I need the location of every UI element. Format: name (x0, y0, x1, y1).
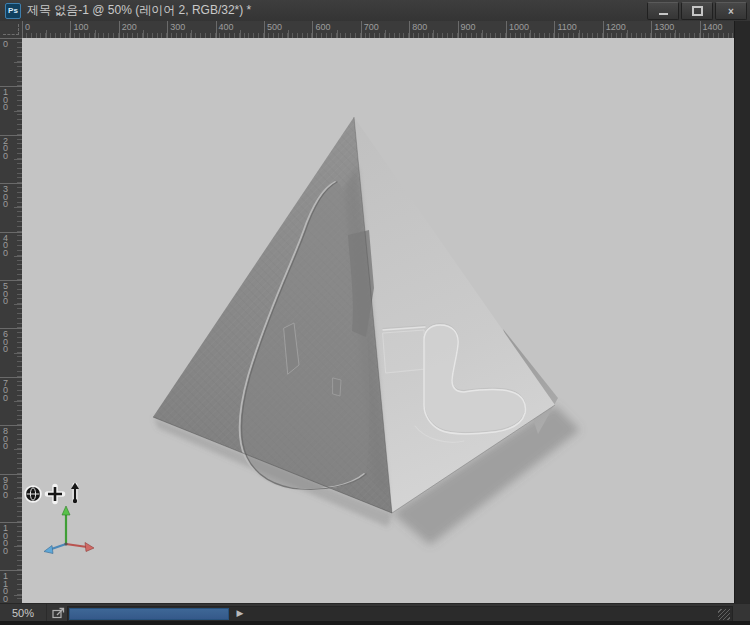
canvas-3d-scene[interactable] (22, 38, 734, 603)
ruler-tick (14, 207, 22, 208)
ruler-label: 200 (122, 23, 137, 32)
ruler-label: 2 0 0 (3, 138, 8, 161)
ruler-label: 900 (461, 23, 476, 32)
ruler-tick (458, 21, 459, 38)
ruler-tick (385, 30, 386, 38)
ruler-tick (22, 21, 23, 38)
ruler-tick (603, 21, 604, 38)
ruler-origin-box[interactable] (0, 21, 23, 39)
ruler-tick (14, 401, 22, 402)
ruler-tick (675, 30, 676, 38)
ruler-label: 500 (267, 23, 282, 32)
ruler-label: 400 (219, 23, 234, 32)
photoshop-document-window: Ps 제목 없음-1 @ 50% (레이어 2, RGB/32*) * × 01… (0, 0, 750, 625)
ruler-label: 700 (364, 23, 379, 32)
ruler-label: 1100 (557, 23, 576, 32)
ruler-label: 5 0 0 (3, 283, 8, 306)
ruler-tick (143, 30, 144, 38)
ruler-tick (14, 62, 22, 63)
ruler-tick (191, 30, 192, 38)
status-menu-arrow[interactable]: ▶ (233, 607, 247, 619)
ruler-tick (554, 21, 555, 38)
ruler-tick (433, 30, 434, 38)
minimize-icon (659, 13, 668, 15)
ruler-label: 6 0 0 (3, 331, 8, 354)
status-info-well: ▶ (67, 606, 733, 622)
ruler-tick (337, 30, 338, 38)
vertical-ruler[interactable]: 01 0 02 0 03 0 04 0 05 0 06 0 07 0 08 0 … (0, 38, 23, 603)
ruler-tick (700, 21, 701, 38)
window-controls: × (647, 2, 747, 20)
ruler-tick (167, 21, 168, 38)
ruler-label: 7 0 0 (3, 380, 8, 403)
ruler-tick (14, 256, 22, 257)
ruler-tick (46, 30, 47, 38)
ruler-tick (506, 21, 507, 38)
ruler-label: 1 0 0 (3, 89, 8, 112)
ruler-tick (579, 30, 580, 38)
pan-icon[interactable] (48, 487, 63, 502)
status-bar: 50% ▶ (0, 603, 750, 622)
ruler-label: 4 0 0 (3, 235, 8, 258)
maximize-icon (692, 6, 703, 16)
ruler-tick (14, 546, 22, 547)
ruler-label: 1300 (654, 23, 674, 32)
zoom-level-field[interactable]: 50% (0, 604, 47, 622)
ruler-label: 100 (73, 23, 88, 32)
axis-tripod[interactable] (44, 506, 94, 554)
ruler-label: 9 0 0 (3, 477, 8, 500)
ruler-label: 1000 (509, 23, 529, 32)
ruler-label: 8 0 0 (3, 428, 8, 451)
orbit-icon[interactable] (26, 487, 41, 502)
axis-x-arrow (85, 543, 94, 552)
close-icon: × (728, 6, 734, 17)
ruler-origin-crosshair (3, 24, 19, 35)
ruler-tick (14, 498, 22, 499)
dolly-icon[interactable] (71, 483, 79, 504)
ruler-tick (482, 30, 483, 38)
ruler-tick (530, 30, 531, 38)
window-bottom-edge (0, 621, 750, 625)
vertical-scrollbar-track[interactable] (734, 21, 750, 603)
3d-axis-widget (26, 483, 95, 554)
document-canvas[interactable] (22, 38, 734, 603)
ruler-label: 300 (170, 23, 185, 32)
close-button[interactable]: × (715, 2, 747, 20)
ruler-label: 0 (3, 41, 8, 49)
ruler-label: 1 0 0 0 (3, 525, 8, 555)
photoshop-app-icon: Ps (5, 3, 21, 19)
ruler-tick (409, 21, 410, 38)
maximize-button[interactable] (681, 2, 713, 20)
ruler-tick (216, 21, 217, 38)
ruler-tick (14, 595, 22, 596)
ruler-tick (651, 21, 652, 38)
ruler-tick (14, 353, 22, 354)
ruler-tick (119, 21, 120, 38)
ruler-tick (627, 30, 628, 38)
ruler-tick (14, 111, 22, 112)
export-icon[interactable] (52, 607, 65, 619)
minimize-button[interactable] (647, 2, 679, 20)
axis-origin (64, 542, 67, 545)
horizontal-ruler[interactable]: 0100200300400500600700800900100011001200… (22, 21, 734, 39)
ruler-label: 600 (315, 23, 330, 32)
ruler-tick (14, 159, 22, 160)
ruler-tick (14, 304, 22, 305)
window-resize-grip[interactable] (718, 609, 730, 620)
ruler-tick (361, 21, 362, 38)
ruler-label: 3 0 0 (3, 186, 8, 209)
ruler-label: 800 (412, 23, 427, 32)
ruler-tick (14, 449, 22, 450)
progress-bar (69, 608, 229, 620)
ruler-label: 0 (25, 23, 30, 32)
ruler-label: 1400 (703, 23, 723, 32)
ruler-tick (240, 30, 241, 38)
axis-y-arrow (62, 506, 70, 515)
titlebar[interactable]: Ps 제목 없음-1 @ 50% (레이어 2, RGB/32*) * × (0, 0, 750, 22)
ruler-tick (312, 21, 313, 38)
document-title: 제목 없음-1 @ 50% (레이어 2, RGB/32*) * (27, 0, 251, 21)
ruler-tick (288, 30, 289, 38)
ruler-tick (70, 21, 71, 38)
ruler-tick (95, 30, 96, 38)
axis-z-arrow (44, 546, 53, 554)
